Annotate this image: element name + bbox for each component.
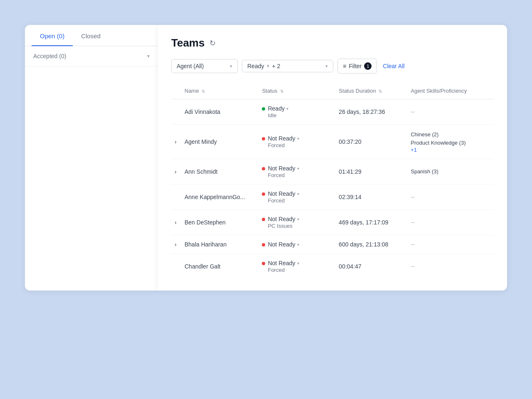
tab-open[interactable]: Open (0) — [32, 25, 73, 46]
row-skills-6: -- — [407, 254, 494, 279]
row-duration-2: 01:41:29 — [335, 159, 407, 185]
agent-filter-chevron-icon: ▾ — [230, 64, 232, 69]
status-main-text-6: Not Ready — [268, 260, 295, 266]
left-panel: Open (0) Closed Accepted (0) ▾ — [25, 25, 158, 291]
status-sub-text-0: Idle — [268, 112, 288, 118]
row-duration-0: 26 days, 18:27:36 — [335, 99, 407, 125]
row-expand-1[interactable]: › — [171, 125, 181, 159]
row-status-4[interactable]: Not Ready▾PC Issues — [259, 210, 335, 235]
row-duration-6: 00:04:47 — [335, 254, 407, 279]
name-sort-icon: ⇅ — [202, 89, 205, 94]
row-status-5[interactable]: Not Ready▾ — [259, 235, 335, 254]
refresh-icon[interactable]: ↻ — [209, 39, 216, 48]
row-expand-4[interactable]: › — [171, 210, 181, 235]
col-status[interactable]: Status ⇅ — [259, 84, 335, 99]
agent-filter-label: Agent (All) — [177, 63, 204, 69]
filter-button-label: Filter — [349, 63, 362, 69]
agent-filter-select[interactable]: Agent (All) ▾ — [171, 59, 238, 73]
status-dot-5 — [262, 243, 265, 246]
skill-entry-1-1: Product Knowledge (3) — [411, 139, 490, 147]
status-main-text-2: Not Ready — [268, 165, 295, 172]
skills-dash-6: -- — [411, 263, 414, 270]
skills-dash-0: -- — [411, 108, 414, 115]
status-sort-icon: ⇅ — [280, 89, 283, 94]
row-expand-6 — [171, 254, 181, 279]
row-skills-4: -- — [407, 210, 494, 235]
status-sub-text-1: Forced — [268, 142, 299, 148]
skills-dash-4: -- — [411, 219, 414, 226]
status-dot-1 — [262, 137, 265, 140]
app-container: Open (0) Closed Accepted (0) ▾ Teams ↻ A… — [25, 25, 507, 291]
row-status-1[interactable]: Not Ready▾Forced — [259, 125, 335, 159]
filter-bar: Agent (All) ▾ Ready × + 2 ▾ ≡ Filter 1 C… — [171, 59, 494, 74]
agent-table: Name ⇅ Status ⇅ Status Duration ⇅ Agent … — [171, 84, 494, 279]
status-tag-remove-icon[interactable]: × — [266, 63, 269, 69]
status-sub-text-6: Forced — [268, 267, 299, 273]
status-dot-4 — [262, 218, 265, 221]
status-dot-6 — [262, 262, 265, 265]
page-title: Teams — [171, 37, 204, 49]
row-status-6[interactable]: Not Ready▾Forced — [259, 254, 335, 279]
right-panel: Teams ↻ Agent (All) ▾ Ready × + 2 ▾ ≡ Fi… — [158, 25, 507, 291]
row-name-3: Anne KappelmannGo... — [181, 185, 259, 210]
filter-badge: 1 — [364, 62, 372, 70]
row-skills-5: -- — [407, 235, 494, 254]
status-filter-chevron-icon: ▾ — [325, 64, 328, 69]
status-filter-tags[interactable]: Ready × + 2 ▾ — [242, 60, 333, 72]
row-expand-2[interactable]: › — [171, 159, 181, 185]
accepted-label: Accepted (0) — [33, 53, 66, 59]
status-main-text-5: Not Ready — [268, 241, 295, 248]
row-status-2[interactable]: Not Ready▾Forced — [259, 159, 335, 185]
status-main-text-1: Not Ready — [268, 135, 295, 142]
row-duration-5: 600 days, 21:13:08 — [335, 235, 407, 254]
row-duration-1: 00:37:20 — [335, 125, 407, 159]
status-chevron-icon-1[interactable]: ▾ — [297, 136, 299, 141]
row-name-4: Ben DeStephen — [181, 210, 259, 235]
tab-closed[interactable]: Closed — [73, 25, 109, 46]
status-main-text-0: Ready — [268, 105, 284, 112]
row-name-2: Ann Schmidt — [181, 159, 259, 185]
row-status-3[interactable]: Not Ready▾Forced — [259, 185, 335, 210]
table-header-row: Name ⇅ Status ⇅ Status Duration ⇅ Agent … — [171, 84, 494, 99]
status-chevron-icon-5[interactable]: ▾ — [297, 242, 299, 247]
row-expand-3 — [171, 185, 181, 210]
filter-button[interactable]: ≡ Filter 1 — [337, 59, 377, 74]
status-main-text-3: Not Ready — [268, 190, 295, 197]
table-row: Chandler GaltNot Ready▾Forced00:04:47-- — [171, 254, 494, 279]
filter-icon: ≡ — [343, 63, 346, 69]
col-duration[interactable]: Status Duration ⇅ — [335, 84, 407, 99]
skill-entry-1-0: Chinese (2) — [411, 131, 490, 139]
status-sub-text-2: Forced — [268, 172, 299, 178]
status-sub-text-3: Forced — [268, 197, 299, 204]
status-dot-3 — [262, 192, 265, 196]
row-name-0: Adi Vinnakota — [181, 99, 259, 125]
table-row: ›Agent MindyNot Ready▾Forced00:37:20Chin… — [171, 125, 494, 159]
row-status-0[interactable]: Ready▾Idle — [259, 99, 335, 125]
row-skills-1: Chinese (2)Product Knowledge (3)+1 — [407, 125, 494, 159]
row-skills-2: Spanish (3) — [407, 159, 494, 185]
table-row: ›Ben DeStephenNot Ready▾PC Issues469 day… — [171, 210, 494, 235]
skill-entry-1-2[interactable]: +1 — [411, 147, 490, 153]
row-name-1: Agent Mindy — [181, 125, 259, 159]
skills-dash-5: -- — [411, 241, 414, 248]
status-chevron-icon-2[interactable]: ▾ — [297, 166, 299, 171]
status-chevron-icon-0[interactable]: ▾ — [286, 106, 288, 111]
col-skills: Agent Skills/Proficiency — [407, 84, 494, 99]
table-row: Anne KappelmannGo...Not Ready▾Forced02:3… — [171, 185, 494, 210]
row-name-6: Chandler Galt — [181, 254, 259, 279]
accepted-row[interactable]: Accepted (0) ▾ — [25, 46, 158, 66]
table-row: ›Bhala HariharanNot Ready▾600 days, 21:1… — [171, 235, 494, 254]
status-tag-more: + 2 — [272, 63, 280, 69]
status-dot-0 — [262, 107, 265, 111]
skills-dash-3: -- — [411, 194, 414, 200]
duration-sort-icon: ⇅ — [379, 89, 382, 94]
clear-all-button[interactable]: Clear All — [381, 59, 406, 73]
status-chevron-icon-6[interactable]: ▾ — [297, 261, 299, 266]
status-sub-text-4: PC Issues — [268, 223, 299, 229]
row-skills-3: -- — [407, 185, 494, 210]
row-expand-5[interactable]: › — [171, 235, 181, 254]
row-expand-0 — [171, 99, 181, 125]
col-name[interactable]: Name ⇅ — [181, 84, 259, 99]
status-chevron-icon-3[interactable]: ▾ — [297, 192, 299, 196]
status-chevron-icon-4[interactable]: ▾ — [297, 217, 299, 222]
